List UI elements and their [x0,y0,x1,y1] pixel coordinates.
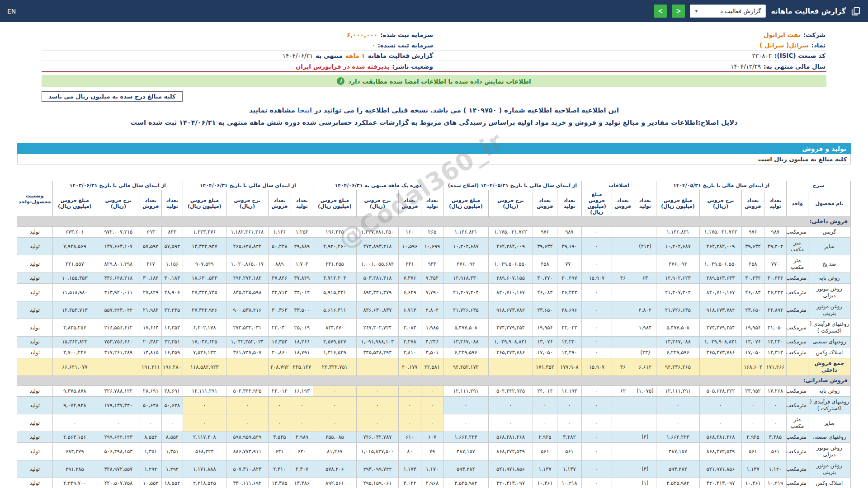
value-cell: ۱,۱۷۰ [421,460,443,478]
signature-match-text: اطلاعات نمایش داده شده با اطلاعات امضا ش… [348,78,531,85]
value-cell: ۰ [581,301,612,319]
value-cell [634,337,656,347]
value-cell [634,414,656,432]
next-report-button[interactable]: > [672,5,685,18]
unregistered-capital-value: ۰ [372,42,375,49]
value-cell: ۳,۵۳۵ [268,432,291,443]
value-cell: ۳۳,۵۰۰ [291,301,313,319]
value-cell: ۲۳,۰۴۰ [268,319,291,337]
language-toggle-en[interactable]: EN [7,8,16,15]
value-cell: ۱۱,۵۱۸,۹۸۰ [52,284,97,301]
value-cell: ۵۶۸,۴۲۴ [183,443,226,460]
column-header: تعداد فروش [140,190,161,217]
value-cell: ۰ [140,414,161,432]
value-cell: ۶۹۳ [140,227,161,238]
report-type-dropdown[interactable]: گزارش فعالیت د ▾ [690,5,766,18]
value-cell: ۶,۶۲۹ [398,284,421,301]
value-cell: ۱۰,۳۶۱ [742,478,764,488]
column-header: نرخ فروش (ریال) [226,190,268,217]
value-cell [612,284,634,301]
value-cell: ۳۶۵,۳۷۳,۷۸۶ [488,347,533,358]
production-sales-table: شرحاز ابتدای سال مالی تا تاریخ ۱۴۰۴/۰۵/۳… [17,181,851,488]
product-row: روغنهای صنعتیمترمکعب۱۴,۲۲۰۱۳,۰۷۶۱,۰۲۹,۹۰… [17,337,850,347]
issuer-status-value: پذیرفته شده در فرابورس ایران [296,63,389,70]
product-unit-cell: متر مکعب [787,414,808,432]
column-header: مبلغ فروش (میلیون ریال) [443,190,488,217]
value-cell: ۰ [656,414,699,432]
value-cell: ۰ [557,397,581,414]
value-cell: ۲۰,۸۶۰ [268,347,291,358]
value-cell: ۵۰,۶۴۸ [161,397,183,414]
product-row: روغن موتور دیزلیمترمکعب۵۶۱۵۶۱۸۶۸,۳۷۲,۵۴۹… [17,443,850,460]
value-cell: ۱,۱۸۲,۴۶۱,۲۶۸ [226,227,268,238]
product-name-cell: روغن موتور بنزینی [808,460,851,478]
isic-row: کد صنعت (ISIC): ۲۳۰۸۰۲ [434,51,826,61]
column-header: نرخ فروش (ریال) [488,190,533,217]
report-copy-icon[interactable] [851,6,861,16]
symbol-value[interactable]: شرانل( شرانل ) [760,42,809,49]
page-title: گزارش فعالیت ماهانه [771,7,846,15]
value-cell: ۱۰,۴۰۲,۶۸۷ [443,238,488,255]
value-cell: ۱۹,۹۵۶ [533,319,557,337]
value-cell: ۰ [581,478,612,488]
product-name-cell: روغن پایه [808,273,851,284]
column-group-header: اصلاحات [581,181,656,190]
chevron-down-icon: ▾ [695,8,698,14]
value-cell: ۰ [581,238,612,255]
value-cell: ۲۱,۰۵۰ [764,319,787,337]
value-cell: ۱,۰۰۱,۰۵۵,۶۸۴ [356,255,398,273]
value-cell: ۶,۲۲۹,۵۹۶ [656,347,699,358]
value-cell: ۴۸۷,۱۵۷ [443,443,488,460]
value-cell: ۹,۳۷۵,۸۷۸ [52,386,97,397]
value-cell: ۲۸,۹۰۶ [161,284,183,301]
company-name-value[interactable]: نفت ایرانول [764,31,801,38]
value-cell: ۱۴,۹۰۲,۶۲۳ [656,273,699,284]
value-cell: ۵۷۸,۴۰۶ [313,460,356,478]
value-cell: ۳۲۶,۷۸۸,۱۲۲ [97,386,140,397]
value-cell: ۱,۰۱۵,۸۳۷,۵۰۰ [356,443,398,460]
value-cell: ۲۸,۶۹۱ [140,386,161,397]
value-cell: ۴۸۷,۱۵۷ [656,443,699,460]
product-row: روغن موتور دیزلیمترمکعب۲۶,۲۲۴۲۶,۰۸۴۸۲۰,۷… [17,284,850,301]
value-cell: ۴,۸۰۴ [421,301,443,319]
value-cell: ۲۸,۶۹۱ [161,386,183,397]
value-cell: ۳,۵۲۵,۹۸۴ [443,478,488,488]
product-name-cell: سایر [808,414,851,432]
value-cell: ۰ [443,414,488,432]
value-cell: ۰ [97,414,140,432]
value-cell: ۴۹۲,۲۷۲,۱۸۲ [226,273,268,284]
value-cell: ۱,۳۵۱ [161,443,183,460]
product-row: سایرمتر مکعب۰۰۰۰۰۰۰۰۰۰۰۰۰۰۰۰۰۰۰۰۰تولید [17,414,850,432]
product-status-cell: تولید [17,301,52,319]
value-cell: ۱۶,۱۹۳ [557,386,581,397]
value-cell: ۱۰,۵۹۶ [398,238,421,255]
value-cell: ۲۱,۷۲۶,۶۳۵ [656,301,699,319]
column-header: مبلغ فروش (میلیون ریال) [656,190,699,217]
value-cell: ۴۹۱,۴۸۵ [52,460,97,478]
company-name-label: شرکت: [803,31,826,38]
value-cell: ۰ [443,397,488,414]
value-cell: ۲۲۱,۵۵۷ [52,255,97,273]
value-cell: ۰ [764,397,787,414]
value-cell: ۱,۹۸۵ [421,319,443,337]
value-cell [612,443,634,460]
value-cell: ۱۷۹,۱۳۷,۳۴۰ [97,397,140,414]
value-cell: ۶,۲۲۹,۵۹۶ [443,347,488,358]
previous-announcement-link[interactable]: اینجا [297,107,312,114]
value-cell: ۱,۱۳۷ [742,460,764,478]
symbol-label: نماد: [811,42,826,49]
value-cell: ۷۵۳,۷۵۶,۶۶۰ [97,337,140,347]
value-cell: ۰ [268,414,291,432]
product-status-cell: تولید [17,255,52,273]
value-cell: ۱۷,۶۶۴ [140,319,161,337]
column-group-header: از ابتدای سال مالی تا تاریخ ۱۴۰۴/۰۵/۳۱ (… [443,181,581,190]
product-unit-cell: مترمکعب [787,337,808,347]
previous-report-button[interactable]: < [654,5,667,18]
value-cell [612,460,634,478]
report-period-date: ۱۴۰۴/۰۶/۳۱ [283,52,313,59]
value-cell: ۱۴,۲۲۰ [557,337,581,347]
value-cell [612,432,634,443]
value-cell: ۷,۳۵۲ [421,273,443,284]
value-cell: ۱,۶۶۲,۲۲۳ [656,432,699,443]
product-row: روغنهای فرآیندی ( اکسترکت )مترمکعب۲۱,۰۵۰… [17,319,850,337]
